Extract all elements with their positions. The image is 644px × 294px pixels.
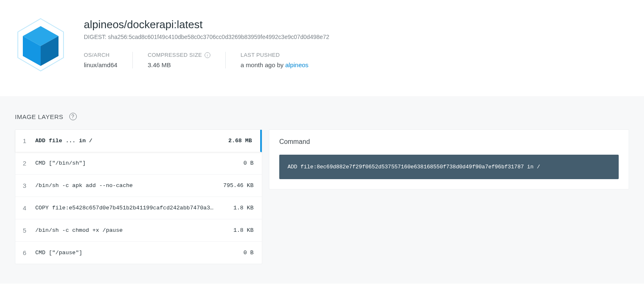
layer-number: 4 — [23, 204, 35, 211]
layer-size: 0 B — [220, 160, 254, 166]
layer-row[interactable]: 5/bin/sh -c chmod +x /pause1.8 KB — [15, 219, 262, 242]
layer-row[interactable]: 2CMD ["/bin/sh"]0 B — [15, 152, 262, 175]
layer-number: 5 — [23, 227, 35, 234]
info-icon[interactable]: i — [205, 52, 210, 58]
layers-region: IMAGE LAYERS ? 1ADD file ... in /2.68 MB… — [0, 96, 644, 284]
meta-pushed-label: LAST PUSHED — [241, 52, 308, 58]
layer-command: /bin/sh -c apk add --no-cache — [35, 182, 220, 189]
layer-command: COPY file:e5428c657d0e7b451b2b41199cafcd… — [35, 205, 220, 211]
meta-size-value: 3.46 MB — [148, 61, 210, 68]
layer-row[interactable]: 4COPY file:e5428c657d0e7b451b2b41199cafc… — [15, 197, 262, 219]
layer-command: CMD ["/bin/sh"] — [35, 160, 220, 166]
layer-size: 2.68 MB — [219, 138, 252, 144]
image-header: alpineos/dockerapi:latest DIGEST: sha256… — [0, 0, 644, 96]
layers-two-col: 1ADD file ... in /2.68 MB2CMD ["/bin/sh"… — [15, 129, 629, 264]
image-title: alpineos/dockerapi:latest — [84, 18, 629, 31]
digest-value: sha256:5cad8c601f49c410dbe58c0c3706cc0d3… — [108, 34, 329, 40]
layer-number: 6 — [23, 249, 35, 256]
command-panel: Command ADD file:8ec69d882e7f29f0652d537… — [269, 129, 629, 190]
layer-command: ADD file ... in / — [35, 138, 219, 144]
help-icon[interactable]: ? — [69, 113, 77, 120]
meta-osarch-value: linux/amd64 — [84, 61, 117, 68]
meta-row: OS/ARCH linux/amd64 COMPRESSED SIZE i 3.… — [84, 52, 629, 68]
layer-row[interactable]: 6CMD ["/pause"]0 B — [15, 242, 262, 264]
meta-size-label: COMPRESSED SIZE i — [148, 52, 210, 58]
meta-osarch: OS/ARCH linux/amd64 — [84, 52, 133, 68]
command-block: ADD file:8ec69d882e7f29f0652d537557160e6… — [279, 155, 619, 179]
layer-command: CMD ["/pause"] — [35, 250, 220, 256]
layers-panel: 1ADD file ... in /2.68 MB2CMD ["/bin/sh"… — [15, 129, 262, 264]
header-content: alpineos/dockerapi:latest DIGEST: sha256… — [84, 12, 629, 68]
layer-command: /bin/sh -c chmod +x /pause — [35, 227, 220, 233]
cube-icon — [7, 12, 74, 78]
layer-size: 1.8 KB — [220, 227, 254, 233]
image-layers-title: IMAGE LAYERS ? — [15, 113, 629, 120]
layer-size: 0 B — [220, 250, 254, 256]
meta-osarch-label: OS/ARCH — [84, 52, 117, 58]
layer-row[interactable]: 3/bin/sh -c apk add --no-cache795.46 KB — [15, 175, 262, 197]
digest-line: DIGEST: sha256:5cad8c601f49c410dbe58c0c3… — [84, 34, 629, 40]
layer-size: 795.46 KB — [220, 182, 254, 189]
layer-number: 2 — [23, 160, 35, 167]
meta-pushed: LAST PUSHED a month ago by alpineos — [241, 52, 308, 68]
command-title: Command — [279, 138, 619, 146]
meta-pushed-value: a month ago by alpineos — [241, 61, 308, 68]
layer-row[interactable]: 1ADD file ... in /2.68 MB — [15, 130, 262, 152]
meta-size: COMPRESSED SIZE i 3.46 MB — [148, 52, 226, 68]
layer-number: 3 — [23, 182, 35, 189]
layer-number: 1 — [23, 137, 35, 144]
digest-label: DIGEST: — [84, 34, 106, 40]
pushed-user-link[interactable]: alpineos — [285, 61, 308, 68]
layer-size: 1.8 KB — [220, 205, 254, 211]
